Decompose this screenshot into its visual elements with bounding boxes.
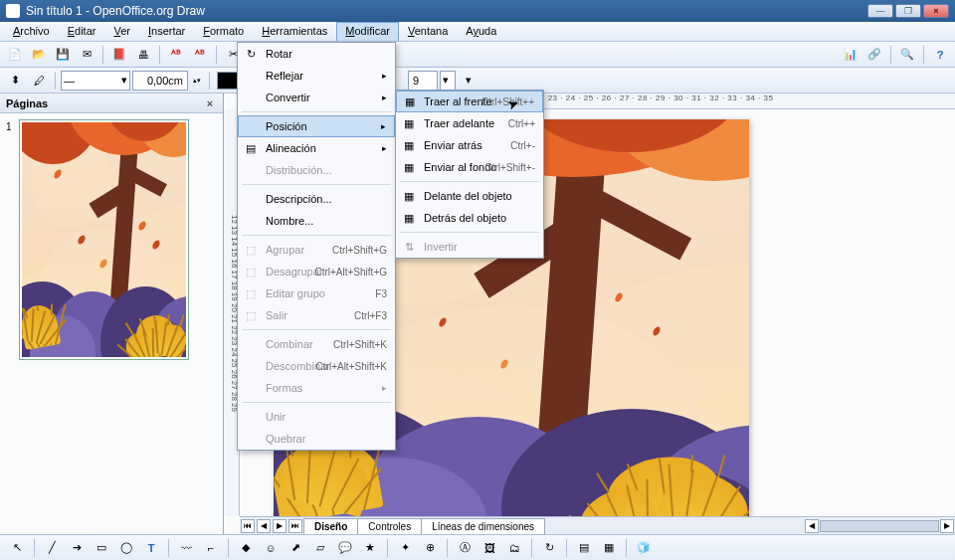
- help-button[interactable]: ?: [929, 44, 951, 66]
- shortcut-label: Ctrl++: [508, 118, 535, 129]
- arrow-tool[interactable]: ➔: [66, 537, 88, 559]
- title-bar: Sin título 1 - OpenOffice.org Draw — ❐ ×: [0, 0, 955, 22]
- curve-tool[interactable]: 〰: [175, 537, 197, 559]
- flowchart-tool[interactable]: ▱: [309, 537, 331, 559]
- posicion-item-1[interactable]: ▦Traer adelanteCtrl++: [396, 112, 543, 134]
- export-pdf-button[interactable]: 📕: [108, 44, 130, 66]
- connector-tool[interactable]: ⌐: [200, 537, 222, 559]
- line-style-select[interactable]: —▾: [61, 71, 130, 91]
- menu-formato[interactable]: Formato: [194, 22, 253, 41]
- menu-herramientas[interactable]: Herramientas: [253, 22, 336, 41]
- posicion-item-5[interactable]: ▦Delante del objeto: [396, 185, 543, 207]
- menu-insertar[interactable]: Insertar: [139, 22, 194, 41]
- zoom-extra-button[interactable]: ▾: [458, 70, 479, 92]
- posicion-item-2[interactable]: ▦Enviar atrásCtrl+-: [396, 134, 543, 156]
- menu-item-label: Rotar: [266, 48, 292, 60]
- line-tool[interactable]: ╱: [41, 537, 63, 559]
- menu-item-label: Convertir: [266, 92, 310, 103]
- menu-icon: ▦: [401, 115, 417, 131]
- callout-tool[interactable]: 💬: [334, 537, 356, 559]
- extrusion-tool[interactable]: 🧊: [633, 537, 655, 559]
- shortcut-label: Ctrl+-: [510, 140, 535, 151]
- zoom-dropdown[interactable]: ▾: [440, 71, 456, 91]
- modificar-item-18: Formas▸: [238, 377, 395, 399]
- arrow-style-button[interactable]: ⬍: [4, 70, 26, 92]
- page-thumbnail[interactable]: [19, 119, 189, 360]
- window-title: Sin título 1 - OpenOffice.org Draw: [26, 4, 865, 18]
- rectangle-tool[interactable]: ▭: [91, 537, 112, 559]
- save-button[interactable]: 💾: [52, 44, 74, 66]
- modificar-item-4[interactable]: Posición▸: [238, 115, 395, 137]
- scroll-right-button[interactable]: ▶: [940, 519, 954, 533]
- glue-tool[interactable]: ⊕: [419, 537, 441, 559]
- tab-prev-button[interactable]: ◀: [257, 519, 271, 533]
- gallery-tool[interactable]: 🗂: [503, 537, 525, 559]
- horizontal-scrollbar[interactable]: [820, 520, 939, 532]
- basic-shapes-tool[interactable]: ◆: [235, 537, 257, 559]
- modificar-item-1[interactable]: Reflejar▸: [238, 65, 395, 87]
- modificar-item-8[interactable]: Descripción...: [238, 188, 395, 210]
- arrange-tool[interactable]: ▦: [598, 537, 620, 559]
- navigator-button[interactable]: 🔍: [896, 44, 918, 66]
- tab-design[interactable]: Diseño: [303, 518, 358, 534]
- posicion-submenu: ▦Traer al frenteCtrl+Shift++▦Traer adela…: [395, 90, 544, 259]
- select-tool[interactable]: ↖: [6, 537, 28, 559]
- menu-ventana[interactable]: Ventana: [399, 22, 457, 41]
- menu-ayuda[interactable]: Ayuda: [457, 22, 505, 41]
- menu-ver[interactable]: Ver: [104, 22, 139, 41]
- menu-icon: ⇅: [401, 239, 417, 255]
- rotate-tool[interactable]: ↻: [538, 537, 560, 559]
- tab-last-button[interactable]: ⏭: [288, 519, 302, 533]
- symbol-shapes-tool[interactable]: ☺: [260, 537, 282, 559]
- tab-first-button[interactable]: ⏮: [241, 519, 255, 533]
- line-width-input[interactable]: [132, 71, 188, 91]
- zoom-input[interactable]: [408, 71, 438, 91]
- chart-button[interactable]: 📊: [840, 44, 861, 66]
- modificar-item-9[interactable]: Nombre...: [238, 210, 395, 232]
- tab-dimensions[interactable]: Líneas de dimensiones: [421, 518, 545, 534]
- menu-item-label: Alineación: [266, 142, 316, 154]
- hyperlink-button[interactable]: 🔗: [863, 44, 885, 66]
- ellipse-tool[interactable]: ◯: [115, 537, 137, 559]
- close-button[interactable]: ×: [923, 4, 949, 18]
- star-tool[interactable]: ★: [359, 537, 381, 559]
- menu-item-label: Combinar: [266, 338, 313, 350]
- spellcheck-button[interactable]: ᴬᴮ: [165, 44, 187, 66]
- menu-icon: ▦: [402, 93, 418, 109]
- modificar-item-2[interactable]: Convertir▸: [238, 87, 395, 108]
- block-arrows-tool[interactable]: ⬈: [285, 537, 306, 559]
- menu-editar[interactable]: Editar: [59, 22, 105, 41]
- text-tool[interactable]: T: [140, 537, 162, 559]
- modificar-item-5[interactable]: ▤Alineación▸: [238, 137, 395, 159]
- modificar-item-0[interactable]: ↻Rotar: [238, 43, 395, 65]
- scroll-left-button[interactable]: ◀: [805, 519, 819, 533]
- email-button[interactable]: ✉: [76, 44, 97, 66]
- line-style-button[interactable]: 🖊: [28, 70, 50, 92]
- points-tool[interactable]: ✦: [394, 537, 416, 559]
- tab-controls[interactable]: Controles: [357, 518, 422, 534]
- from-file-tool[interactable]: 🖼: [478, 537, 500, 559]
- menu-archivo[interactable]: Archivo: [4, 22, 59, 41]
- standard-toolbar: 📄 📂 💾 ✉ 📕 🖶 ᴬᴮ ᴬᴮ ✂ 📊 🔗 🔍 ?: [0, 42, 955, 68]
- new-doc-button[interactable]: 📄: [4, 44, 26, 66]
- tab-next-button[interactable]: ▶: [273, 519, 286, 533]
- maximize-button[interactable]: ❐: [895, 4, 921, 18]
- align-tool[interactable]: ▤: [573, 537, 595, 559]
- line-width-stepper[interactable]: ▴▾: [190, 70, 204, 92]
- posicion-item-3[interactable]: ▦Enviar al fondoCtrl+Shift+-: [396, 156, 543, 178]
- posicion-item-0[interactable]: ▦Traer al frenteCtrl+Shift++: [396, 91, 543, 112]
- posicion-item-6[interactable]: ▦Detrás del objeto: [396, 207, 543, 229]
- pages-panel-close-icon[interactable]: ×: [203, 97, 217, 109]
- open-button[interactable]: 📂: [28, 44, 50, 66]
- fontwork-tool[interactable]: Ⓐ: [454, 537, 476, 559]
- autocheck-button[interactable]: ᴬᴮ: [189, 44, 211, 66]
- modificar-item-16: CombinarCtrl+Shift+K: [238, 333, 395, 355]
- menu-item-label: Editar grupo: [266, 287, 325, 299]
- minimize-button[interactable]: —: [867, 4, 893, 18]
- menu-modificar[interactable]: Modificar: [336, 22, 399, 41]
- menu-icon: ⬚: [243, 264, 259, 280]
- drawing-toolbar: ↖ ╱ ➔ ▭ ◯ T 〰 ⌐ ◆ ☺ ⬈ ▱ 💬 ★ ✦ ⊕ Ⓐ 🖼 🗂 ↻ …: [0, 534, 955, 560]
- modificar-item-17: DescombinarCtrl+Alt+Shift+K: [238, 355, 395, 377]
- print-button[interactable]: 🖶: [132, 44, 154, 66]
- thumbnail-area: 1: [0, 113, 223, 534]
